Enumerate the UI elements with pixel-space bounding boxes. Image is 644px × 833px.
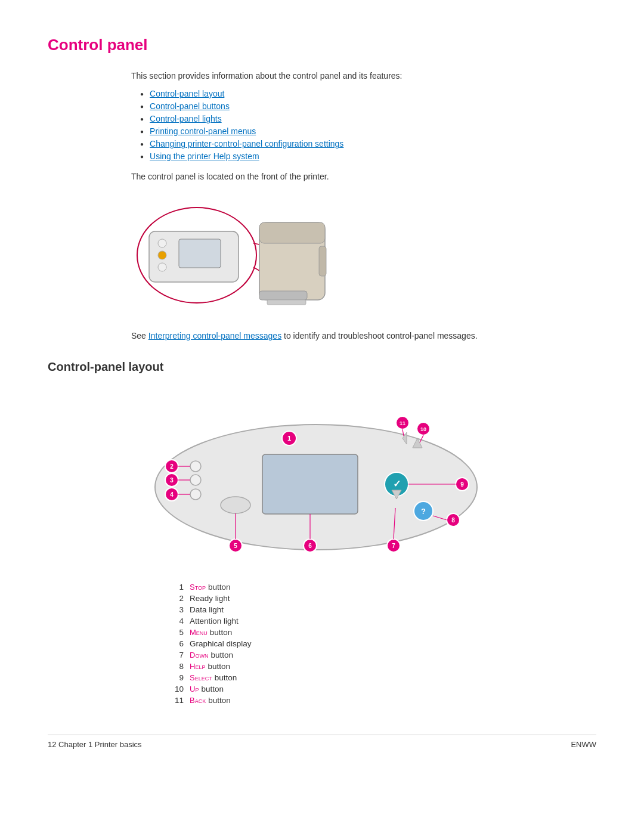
see-link[interactable]: Interpreting control-panel messages: [148, 331, 281, 340]
svg-point-20: [221, 497, 250, 513]
link-control-panel-buttons[interactable]: Control-panel buttons: [150, 101, 230, 111]
svg-point-15: [190, 461, 201, 472]
svg-point-16: [190, 475, 201, 485]
legend-item-1: 1 Stop button: [167, 583, 596, 592]
list-item: Using the printer Help system: [140, 151, 596, 161]
svg-rect-11: [267, 300, 306, 305]
legend-item-10: 10 Up button: [167, 685, 596, 693]
svg-text:✓: ✓: [393, 479, 401, 489]
cp-diagram: 1 2 3 4 5: [131, 386, 501, 565]
cp-layout-svg: 1 2 3 4 5: [131, 386, 501, 565]
footer-right: ENWW: [571, 740, 596, 749]
svg-text:8: 8: [451, 517, 455, 524]
svg-rect-14: [262, 454, 358, 514]
svg-text:5: 5: [234, 543, 237, 549]
list-item: Control-panel layout: [140, 89, 596, 98]
printer-image: [131, 193, 334, 312]
svg-text:3: 3: [170, 477, 174, 484]
svg-point-3: [158, 239, 166, 247]
svg-text:1: 1: [287, 435, 291, 442]
intro-text: This section provides information about …: [131, 71, 596, 80]
list-item: Control-panel lights: [140, 114, 596, 123]
svg-rect-9: [259, 222, 325, 243]
svg-point-5: [158, 263, 166, 271]
link-changing-settings[interactable]: Changing printer-control-panel configura…: [150, 139, 343, 148]
see-suffix: to identify and troubleshoot control-pan…: [281, 331, 477, 340]
svg-text:11: 11: [400, 420, 405, 426]
legend-item-9: 9 Select button: [167, 673, 596, 682]
svg-text:2: 2: [170, 463, 174, 470]
svg-rect-2: [179, 239, 221, 268]
legend-item-3: 3 Data light: [167, 605, 596, 614]
main-title: Control panel: [48, 36, 596, 54]
svg-point-4: [158, 251, 166, 259]
legend-item-11: 11 Back button: [167, 696, 596, 705]
list-item: Changing printer-control-panel configura…: [140, 139, 596, 148]
list-item: Printing control-panel menus: [140, 126, 596, 136]
svg-text:?: ?: [421, 507, 426, 516]
link-control-panel-layout[interactable]: Control-panel layout: [150, 89, 224, 98]
svg-text:9: 9: [460, 481, 464, 488]
svg-rect-12: [319, 246, 326, 276]
printer-svg: [131, 193, 334, 312]
link-printing-menus[interactable]: Printing control-panel menus: [150, 126, 256, 136]
legend-item-4: 4 Attention light: [167, 617, 596, 625]
svg-text:10: 10: [420, 426, 426, 432]
see-prefix: See: [131, 331, 148, 340]
body-text: The control panel is located on the fron…: [131, 171, 596, 183]
svg-text:4: 4: [170, 491, 174, 498]
legend-item-8: 8 Help button: [167, 662, 596, 671]
cp-layout-section: Control-panel layout 1: [48, 360, 596, 707]
svg-text:6: 6: [308, 543, 312, 549]
legend-list: 1 Stop button 2 Ready light 3 Data light…: [167, 583, 596, 707]
svg-text:7: 7: [392, 543, 395, 549]
footer-left: 12 Chapter 1 Printer basics: [48, 740, 142, 749]
section2-title: Control-panel layout: [48, 360, 596, 374]
footer: 12 Chapter 1 Printer basics ENWW: [48, 735, 596, 749]
see-text: See Interpreting control-panel messages …: [131, 330, 596, 342]
legend-item-2: 2 Ready light: [167, 594, 596, 603]
svg-rect-10: [259, 291, 307, 300]
link-help-system[interactable]: Using the printer Help system: [150, 151, 259, 161]
legend-item-6: 6 Graphical display: [167, 639, 596, 648]
legend-item-5: 5 Menu button: [167, 628, 596, 637]
list-item: Control-panel buttons: [140, 101, 596, 111]
legend-item-7: 7 Down button: [167, 651, 596, 659]
link-control-panel-lights[interactable]: Control-panel lights: [150, 114, 222, 123]
link-list: Control-panel layout Control-panel butto…: [140, 89, 596, 161]
svg-point-17: [190, 489, 201, 500]
page-container: Control panel This section provides info…: [0, 0, 644, 767]
